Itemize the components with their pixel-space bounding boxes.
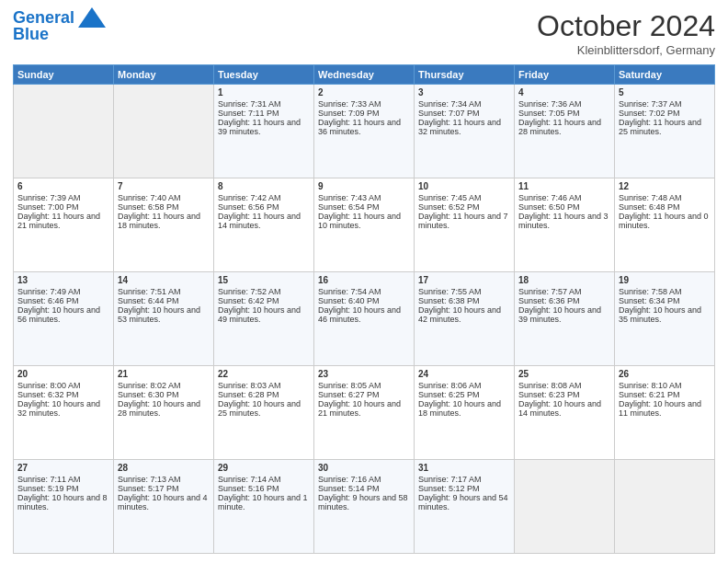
- daylight-text: Daylight: 10 hours and 8 minutes.: [17, 493, 109, 511]
- day-number: 13: [17, 275, 109, 285]
- sunset-text: Sunset: 5:19 PM: [17, 484, 109, 493]
- calendar-cell: 1Sunrise: 7:31 AMSunset: 7:11 PMDaylight…: [214, 85, 314, 178]
- sunset-text: Sunset: 6:56 PM: [218, 202, 310, 212]
- sunrise-text: Sunrise: 7:11 AM: [17, 475, 109, 484]
- calendar-cell: 27Sunrise: 7:11 AMSunset: 5:19 PMDayligh…: [14, 460, 114, 554]
- sunrise-text: Sunrise: 7:57 AM: [518, 287, 610, 296]
- sunset-text: Sunset: 7:09 PM: [318, 109, 410, 118]
- calendar-cell: 30Sunrise: 7:16 AMSunset: 5:14 PMDayligh…: [314, 460, 415, 554]
- sunrise-text: Sunrise: 8:10 AM: [619, 381, 711, 390]
- calendar-cell: 10Sunrise: 7:45 AMSunset: 6:52 PMDayligh…: [415, 178, 515, 272]
- calendar-row-1: 6Sunrise: 7:39 AMSunset: 7:00 PMDaylight…: [14, 178, 715, 272]
- sunrise-text: Sunrise: 7:31 AM: [218, 99, 310, 109]
- daylight-text: Daylight: 10 hours and 4 minutes.: [118, 493, 210, 511]
- calendar-cell: 31Sunrise: 7:17 AMSunset: 5:12 PMDayligh…: [415, 460, 515, 554]
- sunset-text: Sunset: 6:27 PM: [318, 390, 410, 399]
- sunset-text: Sunset: 6:48 PM: [619, 202, 711, 212]
- col-header-saturday: Saturday: [615, 65, 715, 85]
- daylight-text: Daylight: 10 hours and 35 minutes.: [619, 305, 711, 324]
- day-number: 28: [118, 463, 210, 473]
- sunset-text: Sunset: 6:36 PM: [518, 296, 610, 305]
- sunset-text: Sunset: 6:28 PM: [218, 390, 310, 399]
- daylight-text: Daylight: 11 hours and 21 minutes.: [17, 212, 109, 230]
- col-header-sunday: Sunday: [14, 65, 114, 85]
- day-number: 6: [17, 181, 109, 191]
- sunset-text: Sunset: 6:42 PM: [218, 296, 310, 305]
- sunrise-text: Sunrise: 8:02 AM: [118, 381, 210, 390]
- daylight-text: Daylight: 10 hours and 49 minutes.: [218, 305, 310, 324]
- sunrise-text: Sunrise: 7:49 AM: [17, 287, 109, 296]
- calendar-cell: 21Sunrise: 8:02 AMSunset: 6:30 PMDayligh…: [114, 366, 214, 460]
- sunrise-text: Sunrise: 7:34 AM: [418, 99, 510, 109]
- day-number: 27: [17, 463, 109, 473]
- sunrise-text: Sunrise: 7:55 AM: [418, 287, 510, 296]
- sunrise-text: Sunrise: 7:58 AM: [619, 287, 711, 296]
- daylight-text: Daylight: 10 hours and 25 minutes.: [218, 399, 310, 418]
- col-header-monday: Monday: [114, 65, 214, 85]
- daylight-text: Daylight: 11 hours and 25 minutes.: [619, 118, 711, 136]
- calendar-row-2: 13Sunrise: 7:49 AMSunset: 6:46 PMDayligh…: [14, 272, 715, 366]
- sunset-text: Sunset: 5:16 PM: [218, 484, 310, 493]
- day-number: 4: [518, 87, 610, 98]
- daylight-text: Daylight: 10 hours and 14 minutes.: [518, 399, 610, 418]
- calendar-cell: 8Sunrise: 7:42 AMSunset: 6:56 PMDaylight…: [214, 178, 314, 272]
- calendar-cell: 16Sunrise: 7:54 AMSunset: 6:40 PMDayligh…: [314, 272, 415, 366]
- sunrise-text: Sunrise: 7:40 AM: [118, 193, 210, 202]
- calendar-cell: 29Sunrise: 7:14 AMSunset: 5:16 PMDayligh…: [214, 460, 314, 554]
- daylight-text: Daylight: 11 hours and 14 minutes.: [218, 212, 310, 230]
- calendar-cell: 9Sunrise: 7:43 AMSunset: 6:54 PMDaylight…: [314, 178, 415, 272]
- logo-general: General: [13, 8, 74, 27]
- sunrise-text: Sunrise: 7:33 AM: [318, 99, 410, 109]
- col-header-tuesday: Tuesday: [214, 65, 314, 85]
- sunset-text: Sunset: 6:44 PM: [118, 296, 210, 305]
- day-number: 11: [518, 181, 610, 191]
- sunset-text: Sunset: 6:25 PM: [418, 390, 510, 399]
- daylight-text: Daylight: 11 hours and 3 minutes.: [518, 212, 610, 230]
- calendar-cell: 25Sunrise: 8:08 AMSunset: 6:23 PMDayligh…: [515, 366, 615, 460]
- sunrise-text: Sunrise: 7:45 AM: [418, 193, 510, 202]
- daylight-text: Daylight: 10 hours and 28 minutes.: [118, 399, 210, 418]
- day-number: 12: [619, 181, 711, 191]
- daylight-text: Daylight: 10 hours and 56 minutes.: [17, 305, 109, 324]
- sunrise-text: Sunrise: 7:52 AM: [218, 287, 310, 296]
- col-header-thursday: Thursday: [415, 65, 515, 85]
- calendar-cell: 6Sunrise: 7:39 AMSunset: 7:00 PMDaylight…: [14, 178, 114, 272]
- daylight-text: Daylight: 9 hours and 58 minutes.: [318, 493, 410, 511]
- col-header-wednesday: Wednesday: [314, 65, 415, 85]
- sunrise-text: Sunrise: 7:37 AM: [619, 99, 711, 109]
- svg-marker-0: [78, 7, 106, 28]
- calendar-cell: 23Sunrise: 8:05 AMSunset: 6:27 PMDayligh…: [314, 366, 415, 460]
- calendar-cell: 14Sunrise: 7:51 AMSunset: 6:44 PMDayligh…: [114, 272, 214, 366]
- calendar-row-4: 27Sunrise: 7:11 AMSunset: 5:19 PMDayligh…: [14, 460, 715, 554]
- daylight-text: Daylight: 10 hours and 18 minutes.: [418, 399, 510, 418]
- sunrise-text: Sunrise: 7:48 AM: [619, 193, 711, 202]
- daylight-text: Daylight: 11 hours and 32 minutes.: [418, 118, 510, 136]
- sunrise-text: Sunrise: 7:54 AM: [318, 287, 410, 296]
- calendar-cell: 7Sunrise: 7:40 AMSunset: 6:58 PMDaylight…: [114, 178, 214, 272]
- day-number: 3: [418, 87, 510, 98]
- sunset-text: Sunset: 7:05 PM: [518, 109, 610, 118]
- calendar-cell: 22Sunrise: 8:03 AMSunset: 6:28 PMDayligh…: [214, 366, 314, 460]
- sunset-text: Sunset: 6:38 PM: [418, 296, 510, 305]
- calendar-cell: [14, 85, 114, 178]
- day-number: 14: [118, 275, 210, 285]
- sunset-text: Sunset: 7:07 PM: [418, 109, 510, 118]
- calendar-cell: 15Sunrise: 7:52 AMSunset: 6:42 PMDayligh…: [214, 272, 314, 366]
- sunrise-text: Sunrise: 8:08 AM: [518, 381, 610, 390]
- sunrise-text: Sunrise: 7:51 AM: [118, 287, 210, 296]
- page: General Blue October 2024 Kleinblittersd…: [0, 0, 728, 563]
- header-row: SundayMondayTuesdayWednesdayThursdayFrid…: [14, 65, 715, 85]
- day-number: 17: [418, 275, 510, 285]
- daylight-text: Daylight: 11 hours and 7 minutes.: [418, 212, 510, 230]
- daylight-text: Daylight: 10 hours and 53 minutes.: [118, 305, 210, 324]
- calendar-cell: 17Sunrise: 7:55 AMSunset: 6:38 PMDayligh…: [415, 272, 515, 366]
- logo-text: General Blue: [13, 9, 74, 42]
- day-number: 15: [218, 275, 310, 285]
- day-number: 24: [418, 369, 510, 379]
- sunrise-text: Sunrise: 7:39 AM: [17, 193, 109, 202]
- day-number: 16: [318, 275, 410, 285]
- sunset-text: Sunset: 5:12 PM: [418, 484, 510, 493]
- sunset-text: Sunset: 5:17 PM: [118, 484, 210, 493]
- day-number: 5: [619, 87, 711, 98]
- sunrise-text: Sunrise: 7:36 AM: [518, 99, 610, 109]
